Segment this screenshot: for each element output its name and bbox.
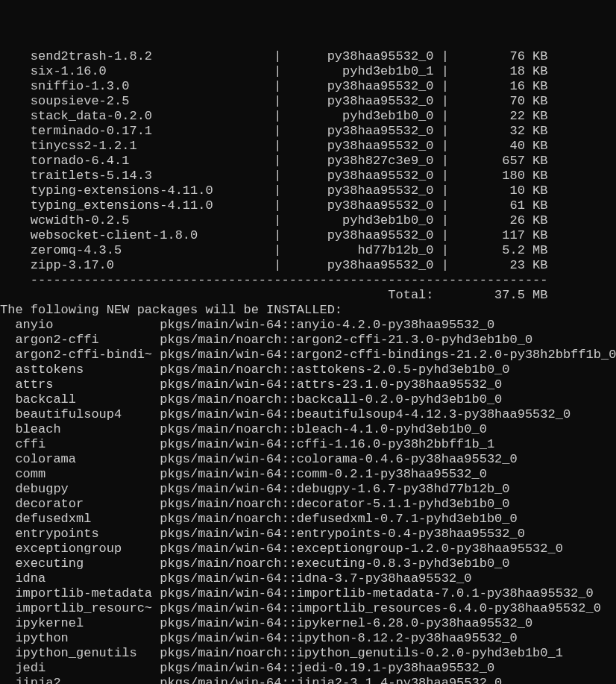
download-row: traitlets-5.14.3 | py38haa95532_0 | 180 …: [0, 169, 616, 183]
download-row: zipp-3.17.0 | py38haa95532_0 | 23 KB: [0, 258, 616, 273]
install-row: beautifulsoup4 pkgs/main/win-64::beautif…: [0, 407, 616, 422]
download-row: soupsieve-2.5 | py38haa95532_0 | 70 KB: [0, 94, 616, 109]
install-row: entrypoints pkgs/main/win-64::entrypoint…: [0, 527, 616, 542]
install-row: ipython_genutils pkgs/main/noarch::ipyth…: [0, 646, 616, 661]
download-row: sniffio-1.3.0 | py38haa95532_0 | 16 KB: [0, 79, 616, 94]
install-row: debugpy pkgs/main/win-64::debugpy-1.6.7-…: [0, 482, 616, 497]
install-row: attrs pkgs/main/win-64::attrs-23.1.0-py3…: [0, 377, 616, 392]
total-line: Total: 37.5 MB: [0, 288, 616, 303]
download-row: typing-extensions-4.11.0 | py38haa95532_…: [0, 183, 616, 198]
download-row: websocket-client-1.8.0 | py38haa95532_0 …: [0, 228, 616, 243]
download-row: six-1.16.0 | pyhd3eb1b0_1 | 18 KB: [0, 64, 616, 79]
install-row: importlib_resourc~ pkgs/main/win-64::imp…: [0, 601, 616, 616]
separator-line: ----------------------------------------…: [0, 273, 616, 288]
download-row: stack_data-0.2.0 | pyhd3eb1b0_0 | 22 KB: [0, 109, 616, 124]
install-row: importlib-metadata pkgs/main/win-64::imp…: [0, 586, 616, 601]
download-row: typing_extensions-4.11.0 | py38haa95532_…: [0, 198, 616, 213]
install-row: executing pkgs/main/noarch::executing-0.…: [0, 556, 616, 571]
install-row: backcall pkgs/main/noarch::backcall-0.2.…: [0, 392, 616, 407]
install-row: defusedxml pkgs/main/noarch::defusedxml-…: [0, 512, 616, 527]
install-row: jedi pkgs/main/win-64::jedi-0.19.1-py38h…: [0, 661, 616, 676]
download-row: send2trash-1.8.2 | py38haa95532_0 | 76 K…: [0, 49, 616, 64]
install-row: exceptiongroup pkgs/main/win-64::excepti…: [0, 542, 616, 556]
install-row: asttokens pkgs/main/noarch::asttokens-2.…: [0, 363, 616, 377]
install-row: comm pkgs/main/win-64::comm-0.2.1-py38ha…: [0, 467, 616, 482]
install-row: cffi pkgs/main/win-64::cffi-1.16.0-py38h…: [0, 437, 616, 452]
install-row: ipykernel pkgs/main/win-64::ipykernel-6.…: [0, 616, 616, 631]
install-row: colorama pkgs/main/win-64::colorama-0.4.…: [0, 452, 616, 467]
download-row: wcwidth-0.2.5 | pyhd3eb1b0_0 | 26 KB: [0, 213, 616, 228]
install-row: bleach pkgs/main/noarch::bleach-4.1.0-py…: [0, 422, 616, 437]
download-row: tornado-6.4.1 | py38h827c3e9_0 | 657 KB: [0, 154, 616, 169]
download-row: zeromq-4.3.5 | hd77b12b_0 | 5.2 MB: [0, 243, 616, 258]
download-row: terminado-0.17.1 | py38haa95532_0 | 32 K…: [0, 124, 616, 139]
download-row: tinycss2-1.2.1 | py38haa95532_0 | 40 KB: [0, 139, 616, 154]
install-row: idna pkgs/main/win-64::idna-3.7-py38haa9…: [0, 571, 616, 586]
install-row: argon2-cffi-bindi~ pkgs/main/win-64::arg…: [0, 348, 616, 363]
install-header: The following NEW packages will be INSTA…: [0, 303, 616, 318]
install-row: ipython pkgs/main/win-64::ipython-8.12.2…: [0, 631, 616, 646]
install-row: jinja2 pkgs/main/win-64::jinja2-3.1.4-py…: [0, 676, 616, 684]
install-row: anyio pkgs/main/win-64::anyio-4.2.0-py38…: [0, 318, 616, 333]
terminal-output: send2trash-1.8.2 | py38haa95532_0 | 76 K…: [0, 49, 616, 684]
install-row: argon2-cffi pkgs/main/noarch::argon2-cff…: [0, 333, 616, 348]
install-row: decorator pkgs/main/noarch::decorator-5.…: [0, 497, 616, 512]
